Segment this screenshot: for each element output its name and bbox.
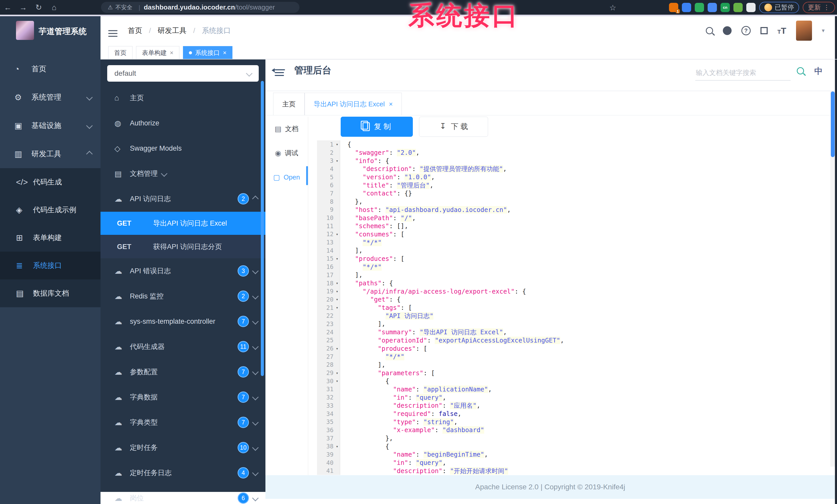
api-operation-导出API 访问日志 Excel[interactable]: GET导出API 访问日志 Excel	[101, 211, 265, 235]
code-text: "get": {	[340, 296, 401, 303]
api-group-API 访问日志[interactable]: ☁API 访问日志2	[101, 186, 265, 211]
code-text: "host": "api-dashboard.yudao.iocoder.cn"…	[340, 206, 511, 213]
language-icon[interactable]: 中	[814, 66, 823, 77]
gear-icon: ⚙	[14, 92, 26, 102]
api-group-参数配置[interactable]: ☁参数配置7	[101, 359, 265, 385]
extension-orange[interactable]: 1	[669, 3, 678, 12]
api-group-sys-sms-template-controller[interactable]: ☁sys-sms-template-controller7	[101, 309, 265, 334]
bookmark-star-icon[interactable]: ☆	[605, 3, 621, 12]
api-group-文档管理[interactable]: ▤文档管理	[101, 161, 265, 186]
api-group-label: 定时任务	[130, 443, 158, 452]
api-group-Authorize[interactable]: ◍Authorize	[101, 111, 265, 136]
extension-shield[interactable]	[695, 3, 704, 12]
font-size-icon[interactable]: TT	[778, 26, 786, 36]
line-number-value: 22	[326, 312, 334, 319]
tag-首页[interactable]: 首页	[108, 46, 132, 59]
api-operation-获得API 访问日志分页[interactable]: GET获得API 访问日志分页	[101, 235, 265, 258]
sidebar-item-首页[interactable]: ◔首页	[0, 55, 101, 83]
copy-button[interactable]: 复 制	[341, 117, 413, 137]
file-icon: ▢	[273, 173, 280, 182]
line-number: 35	[317, 418, 340, 426]
doc-menu-Open[interactable]: ▢Open	[265, 165, 308, 189]
api-panel-scrollbar[interactable]	[261, 81, 264, 376]
code-text: "paths": {	[340, 279, 393, 287]
sidebar-subitem-代码生成[interactable]: </>代码生成	[0, 168, 101, 196]
sidebar-subitem-表单构建[interactable]: ⊞表单构建	[0, 224, 101, 251]
line-number: 5	[317, 173, 340, 181]
kebab-menu-icon: ⋮	[823, 4, 830, 11]
extension-star[interactable]	[746, 3, 755, 12]
api-group-字典数据[interactable]: ☁字典数据7	[101, 385, 265, 410]
close-icon[interactable]: ×	[170, 49, 174, 56]
download-button[interactable]: 下 载	[419, 117, 488, 137]
sidebar-item-系统管理[interactable]: ⚙系统管理	[0, 83, 101, 112]
code-line: 13 "*/*"	[317, 238, 830, 246]
doc-tab-导出API 访问日志 Excel[interactable]: 导出API 访问日志 Excel×	[305, 93, 402, 115]
doc-menu-调试[interactable]: ◉调试	[265, 141, 308, 165]
line-number: 21▾	[317, 304, 340, 312]
doc-tab-主页[interactable]: 主页	[273, 93, 305, 115]
logo-row[interactable]: 芋道管理系统	[0, 19, 101, 44]
avatar-caret-icon[interactable]: ▾	[822, 27, 825, 34]
reload-icon[interactable]: ↻	[31, 3, 47, 12]
api-group-岗位[interactable]: ☁岗位6	[101, 485, 265, 504]
doc-menu-文档[interactable]: ▤文档	[265, 117, 308, 141]
close-icon[interactable]: ×	[223, 49, 227, 56]
main-scrollbar-thumb[interactable]	[831, 91, 835, 157]
api-group-代码生成器[interactable]: ☁代码生成器11	[101, 334, 265, 359]
tag-label: 系统接口	[195, 49, 220, 57]
api-group-定时任务日志[interactable]: ☁定时任务日志4	[101, 460, 265, 485]
extension-drop[interactable]	[682, 3, 691, 12]
sidebar-item-研发工具[interactable]: ▥研发工具	[0, 140, 101, 168]
back-icon[interactable]: ←	[0, 3, 16, 12]
search-icon[interactable]	[706, 27, 713, 34]
breadcrumb-item[interactable]: 首页	[128, 26, 142, 36]
code-text: "API 访问日志"	[340, 312, 433, 320]
home-icon[interactable]: ⌂	[47, 3, 62, 12]
code-line: 37 },	[317, 434, 830, 443]
extension-grid[interactable]	[708, 3, 717, 12]
line-number-value: 36	[326, 427, 334, 433]
tag-表单构建[interactable]: 表单构建×	[136, 46, 179, 59]
code-editor[interactable]: 1▾{2 "swagger": "2.0",3▾ "info": {4 "des…	[317, 141, 830, 475]
line-number: 36	[317, 426, 340, 434]
extension-leaf[interactable]	[733, 3, 743, 12]
sidebar-subitem-系统接口[interactable]: ≣系统接口	[0, 251, 101, 279]
github-icon[interactable]	[723, 26, 732, 35]
close-icon[interactable]: ×	[389, 100, 393, 108]
line-number: 4	[317, 165, 340, 173]
paused-extension-pill[interactable]: 已暂停	[759, 2, 799, 13]
api-group-字典类型[interactable]: ☁字典类型7	[101, 410, 265, 435]
group-select[interactable]: default	[107, 65, 259, 82]
sidebar-subitem-代码生成示例[interactable]: ◈代码生成示例	[0, 196, 101, 224]
api-group-Swagger Models[interactable]: ◇Swagger Models	[101, 136, 265, 161]
fullscreen-icon[interactable]	[761, 27, 768, 34]
api-group-主页[interactable]: ⌂主页	[101, 85, 265, 111]
count-badge: 10	[237, 442, 249, 453]
sidebar-subitem-数据库文档[interactable]: ▤数据库文档	[0, 279, 101, 307]
collapse-menu-icon[interactable]	[275, 67, 285, 71]
doc-search-input[interactable]	[695, 65, 790, 81]
address-bar[interactable]: ⚠ 不安全 | dashboard.yudao.iocoder.cn /tool…	[101, 2, 300, 13]
tag-系统接口[interactable]: 系统接口×	[183, 46, 232, 59]
browser-scrollbar[interactable]	[835, 16, 837, 504]
api-group-Redis 监控[interactable]: ☁Redis 监控2	[101, 283, 265, 309]
hamburger-icon[interactable]	[108, 30, 118, 31]
user-avatar[interactable]	[796, 21, 812, 41]
doc-search-icon[interactable]	[797, 67, 804, 74]
forward-icon[interactable]: →	[16, 3, 31, 12]
api-group-label: API 错误日志	[130, 266, 171, 276]
line-number: 10	[317, 214, 340, 222]
api-group-定时任务[interactable]: ☁定时任务10	[101, 435, 265, 460]
sidebar-item-基础设施[interactable]: ▣基础设施	[0, 112, 101, 140]
count-badge: 7	[237, 417, 249, 428]
extension-cn[interactable]: cn	[720, 3, 730, 12]
chevron-down-icon	[252, 343, 259, 350]
line-number: 29▾	[317, 369, 340, 377]
api-group-API 错误日志[interactable]: ☁API 错误日志3	[101, 258, 265, 283]
help-icon[interactable]: ?	[742, 26, 751, 35]
fold-arrow-icon: ▾	[334, 346, 338, 351]
breadcrumb-item[interactable]: 研发工具	[158, 26, 186, 36]
update-button[interactable]: 更新⋮	[803, 2, 835, 13]
code-text: {	[340, 377, 389, 385]
